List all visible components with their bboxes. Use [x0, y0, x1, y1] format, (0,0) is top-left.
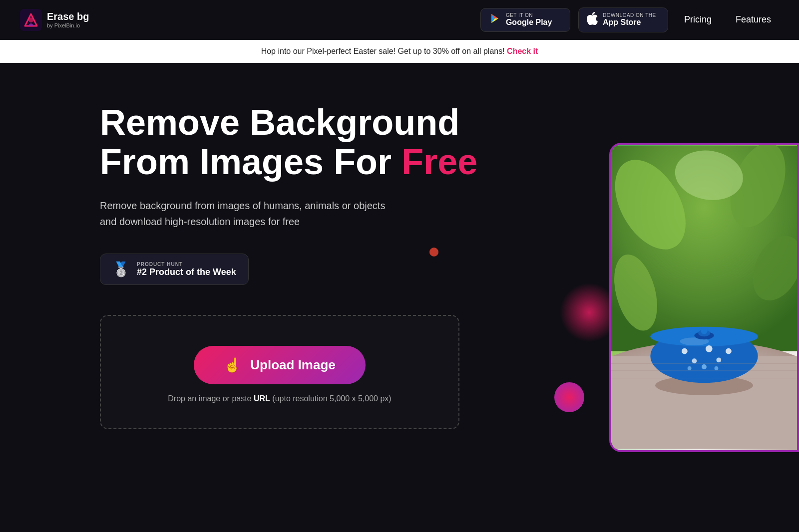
hero-section: Remove Background From Images For Free R…	[0, 63, 799, 512]
svg-point-25	[701, 327, 708, 334]
svg-point-19	[688, 366, 692, 370]
promo-text: Hop into our Pixel-perfect Easter sale! …	[261, 47, 505, 55]
hero-title-line2: From Images For	[100, 142, 401, 182]
google-play-icon	[489, 12, 501, 27]
svg-point-14	[682, 348, 688, 354]
ph-text: PRODUCT HUNT #2 Product of the Week	[137, 262, 236, 277]
ph-label: PRODUCT HUNT	[137, 262, 236, 267]
logo-subtext: by PixelBin.io	[47, 22, 89, 29]
logo-icon	[20, 9, 42, 31]
svg-point-21	[715, 366, 719, 370]
svg-point-2	[28, 17, 33, 22]
upload-hint: Drop an image or paste URL (upto resolut…	[168, 394, 391, 403]
logo-name: Erase bg	[47, 10, 89, 22]
hero-title-free: Free	[401, 142, 477, 182]
upload-drop-zone[interactable]: ☝ Upload Image Drop an image or paste UR…	[100, 315, 459, 429]
svg-point-15	[692, 358, 697, 363]
decorative-dot-pink	[554, 382, 584, 412]
promo-banner: Hop into our Pixel-perfect Easter sale! …	[0, 40, 799, 63]
app-store-badge[interactable]: Download on the App Store	[578, 7, 668, 32]
app-store-text: Download on the App Store	[603, 12, 656, 27]
google-play-top-label: GET IT ON	[506, 12, 552, 18]
upload-button-label: Upload Image	[250, 357, 335, 373]
google-play-bottom-label: Google Play	[506, 18, 552, 27]
navbar: Erase bg by PixelBin.io GET IT ON Google…	[0, 0, 799, 40]
logo-area[interactable]: Erase bg by PixelBin.io	[20, 9, 89, 31]
ph-medal-icon: 🥈	[112, 261, 130, 277]
hero-right-decoration	[579, 143, 799, 492]
app-store-top-label: Download on the	[603, 12, 656, 18]
upload-image-button[interactable]: ☝ Upload Image	[194, 346, 365, 384]
google-play-text: GET IT ON Google Play	[506, 12, 552, 27]
hero-content: Remove Background From Images For Free R…	[100, 103, 579, 429]
svg-point-18	[726, 348, 732, 354]
decorative-dot-red	[429, 248, 438, 257]
phone-frame	[609, 143, 799, 452]
cursor-icon: ☝	[224, 357, 241, 373]
features-nav-link[interactable]: Features	[728, 10, 779, 29]
google-play-badge[interactable]: GET IT ON Google Play	[480, 8, 570, 32]
hero-title: Remove Background From Images For Free	[100, 103, 579, 182]
svg-point-17	[716, 357, 721, 362]
apple-icon	[587, 12, 598, 28]
upload-hint-text: Drop an image or paste	[168, 394, 254, 403]
logo-text: Erase bg by PixelBin.io	[47, 10, 89, 29]
app-store-bottom-label: App Store	[603, 18, 656, 27]
ph-rank: #2 Product of the Week	[137, 267, 236, 277]
url-link[interactable]: URL	[254, 394, 270, 403]
promo-link[interactable]: Check it	[507, 47, 538, 55]
hero-title-line1: Remove Background	[100, 102, 459, 142]
svg-point-20	[702, 364, 707, 369]
hero-subtitle: Remove background from images of humans,…	[100, 198, 459, 230]
svg-point-16	[706, 345, 713, 352]
upload-hint-suffix: (upto resolution 5,000 x 5,000 px)	[270, 394, 392, 403]
nav-right: GET IT ON Google Play Download on the Ap…	[480, 7, 779, 32]
phone-image-content	[611, 145, 797, 450]
product-hunt-badge: 🥈 PRODUCT HUNT #2 Product of the Week	[100, 254, 249, 285]
pricing-nav-link[interactable]: Pricing	[676, 10, 720, 29]
